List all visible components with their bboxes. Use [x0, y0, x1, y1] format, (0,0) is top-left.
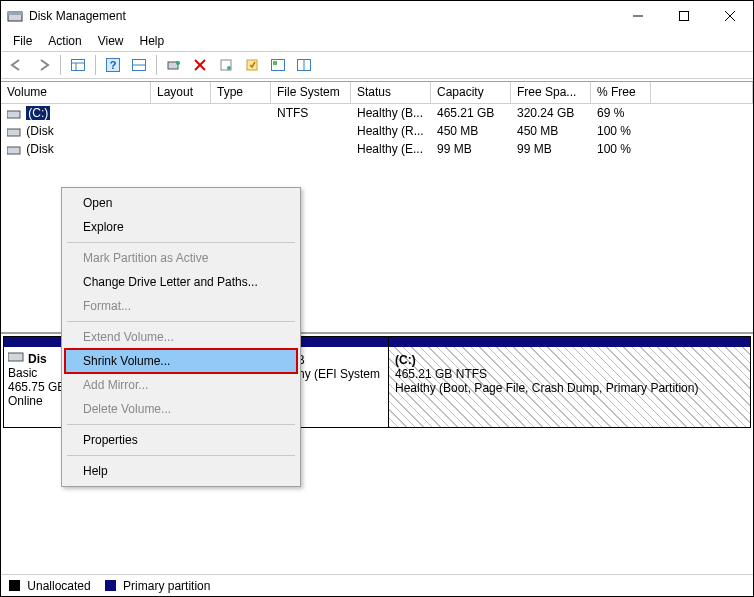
- drive-icon: [7, 108, 21, 120]
- col-filesystem[interactable]: File System: [271, 82, 351, 103]
- drive-icon: [7, 144, 21, 156]
- volume-type: [211, 130, 271, 132]
- col-volume[interactable]: Volume: [1, 82, 151, 103]
- part-size: 465.21 GB NTFS: [395, 367, 487, 381]
- volume-status: Healthy (E...: [351, 141, 431, 157]
- close-button[interactable]: [707, 1, 753, 31]
- svg-rect-24: [7, 111, 20, 118]
- volume-capacity: 465.21 GB: [431, 105, 511, 121]
- minimize-button[interactable]: [615, 1, 661, 31]
- cm-shrink-volume[interactable]: Shrink Volume...: [65, 349, 297, 373]
- col-percent-free[interactable]: % Free: [591, 82, 651, 103]
- svg-rect-19: [247, 60, 257, 70]
- volume-row[interactable]: (Disk Healthy (E... 99 MB 99 MB 100 %: [1, 140, 753, 158]
- menu-file[interactable]: File: [5, 32, 40, 50]
- partition-stripe: [389, 337, 750, 347]
- forward-button[interactable]: [31, 54, 55, 76]
- main-area: Volume Layout Type File System Status Ca…: [1, 81, 753, 572]
- refresh-button[interactable]: [162, 54, 186, 76]
- volume-row[interactable]: (C:) NTFS Healthy (B... 465.21 GB 320.24…: [1, 104, 753, 122]
- menu-help[interactable]: Help: [132, 32, 173, 50]
- svg-point-18: [227, 66, 231, 70]
- volume-status: Healthy (B...: [351, 105, 431, 121]
- view-settings-button[interactable]: [127, 54, 151, 76]
- volume-name: (Disk: [26, 124, 53, 138]
- cm-help[interactable]: Help: [65, 459, 297, 483]
- volume-layout: [151, 112, 211, 114]
- cm-explore[interactable]: Explore: [65, 215, 297, 239]
- volume-free: 450 MB: [511, 123, 591, 139]
- disk-name: Dis: [28, 352, 47, 366]
- volume-pctfree: 69 %: [591, 105, 651, 121]
- col-free-space[interactable]: Free Spa...: [511, 82, 591, 103]
- svg-rect-25: [7, 129, 20, 136]
- cm-change-drive-letter[interactable]: Change Drive Letter and Paths...: [65, 270, 297, 294]
- toolbar-separator: [95, 55, 96, 75]
- cm-extend-volume: Extend Volume...: [65, 325, 297, 349]
- cm-separator: [67, 455, 295, 456]
- view-panes-button[interactable]: [66, 54, 90, 76]
- volume-capacity: 99 MB: [431, 141, 511, 157]
- volume-pctfree: 100 %: [591, 123, 651, 139]
- svg-rect-27: [8, 353, 23, 361]
- cm-mark-active: Mark Partition as Active: [65, 246, 297, 270]
- volume-name: (C:): [26, 106, 50, 120]
- legend-unallocated: Unallocated: [9, 579, 91, 593]
- volume-name: (Disk: [26, 142, 53, 156]
- volume-fs: [271, 148, 351, 150]
- maximize-button[interactable]: [661, 1, 707, 31]
- cm-add-mirror: Add Mirror...: [65, 373, 297, 397]
- menubar: File Action View Help: [1, 31, 753, 51]
- cm-open[interactable]: Open: [65, 191, 297, 215]
- volume-free: 99 MB: [511, 141, 591, 157]
- column-headers: Volume Layout Type File System Status Ca…: [1, 82, 753, 104]
- col-type[interactable]: Type: [211, 82, 271, 103]
- volume-row[interactable]: (Disk Healthy (R... 450 MB 450 MB 100 %: [1, 122, 753, 140]
- col-capacity[interactable]: Capacity: [431, 82, 511, 103]
- menu-view[interactable]: View: [90, 32, 132, 50]
- menu-action[interactable]: Action: [40, 32, 89, 50]
- svg-rect-1: [8, 12, 22, 15]
- wizard-button[interactable]: [266, 54, 290, 76]
- view-list-button[interactable]: [292, 54, 316, 76]
- volume-type: [211, 112, 271, 114]
- cm-separator: [67, 321, 295, 322]
- cm-separator: [67, 424, 295, 425]
- toolbar: ?: [1, 51, 753, 79]
- context-menu: Open Explore Mark Partition as Active Ch…: [61, 187, 301, 487]
- svg-rect-3: [680, 12, 689, 21]
- svg-rect-26: [7, 147, 20, 154]
- volume-pctfree: 100 %: [591, 141, 651, 157]
- disk-management-icon: [7, 8, 23, 24]
- legend-primary: Primary partition: [105, 579, 211, 593]
- volume-type: [211, 148, 271, 150]
- drive-icon: [7, 126, 21, 138]
- cm-properties[interactable]: Properties: [65, 428, 297, 452]
- volume-fs: NTFS: [271, 105, 351, 121]
- help-button[interactable]: ?: [101, 54, 125, 76]
- volume-fs: [271, 130, 351, 132]
- cm-format: Format...: [65, 294, 297, 318]
- part-status: Healthy (Boot, Page File, Crash Dump, Pr…: [395, 381, 698, 395]
- back-button[interactable]: [5, 54, 29, 76]
- partition-c[interactable]: (C:) 465.21 GB NTFS Healthy (Boot, Page …: [389, 337, 750, 427]
- toolbar-separator: [156, 55, 157, 75]
- svg-rect-21: [273, 61, 277, 65]
- svg-text:?: ?: [110, 59, 117, 71]
- part-name: (C:): [395, 353, 416, 367]
- cm-delete-volume: Delete Volume...: [65, 397, 297, 421]
- svg-rect-6: [72, 60, 85, 71]
- window-title: Disk Management: [29, 9, 615, 23]
- statusbar: Unallocated Primary partition: [1, 574, 753, 596]
- volume-layout: [151, 148, 211, 150]
- volume-status: Healthy (R...: [351, 123, 431, 139]
- swatch-unallocated: [9, 580, 20, 591]
- action-button[interactable]: [240, 54, 264, 76]
- col-layout[interactable]: Layout: [151, 82, 211, 103]
- properties-button[interactable]: [214, 54, 238, 76]
- titlebar: Disk Management: [1, 1, 753, 31]
- cm-separator: [67, 242, 295, 243]
- delete-button[interactable]: [188, 54, 212, 76]
- col-status[interactable]: Status: [351, 82, 431, 103]
- col-spacer: [651, 82, 753, 103]
